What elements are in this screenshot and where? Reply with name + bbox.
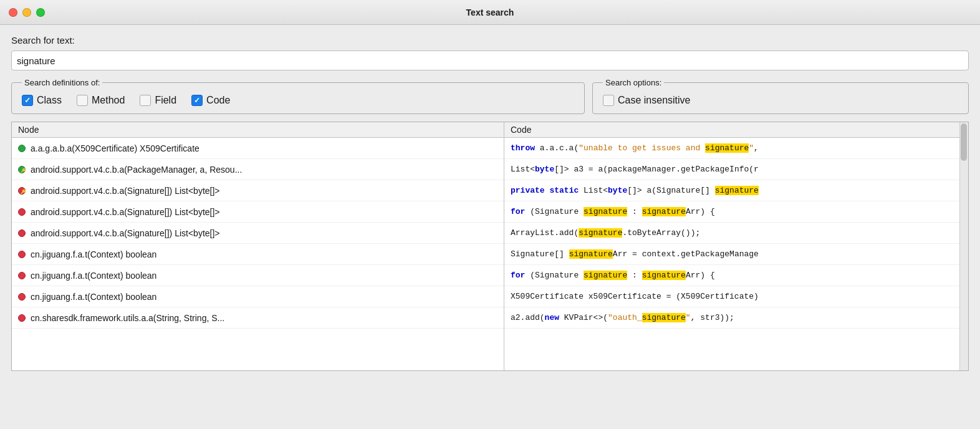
scrollbar-track[interactable] (959, 122, 968, 370)
node-text: android.support.v4.c.b.a(PackageManager,… (31, 165, 242, 175)
scrollbar-thumb[interactable] (961, 123, 967, 161)
close-button[interactable] (9, 8, 17, 17)
main-content: Search for text: Search definitions of: … (0, 25, 980, 371)
dot-icon (18, 293, 26, 301)
checkbox-class-checked[interactable] (22, 95, 33, 106)
highlight: signature (642, 313, 686, 322)
checkbox-field[interactable]: Field (140, 95, 176, 106)
search-input[interactable] (11, 51, 969, 70)
dot-icon: 🔑 (18, 166, 26, 173)
window-title: Text search (466, 7, 514, 17)
highlight: signature (584, 271, 627, 280)
keyword: for (511, 207, 525, 216)
search-definitions-legend: Search definitions of: (22, 78, 102, 87)
dot-icon (18, 208, 26, 216)
dot-icon (18, 272, 26, 279)
highlight: signature (705, 143, 749, 153)
checkbox-method-label: Method (92, 95, 125, 106)
highlight: signature (579, 228, 622, 238)
search-options-fieldset: Search options: Case insensitive (592, 78, 969, 114)
checkbox-case-unchecked[interactable] (603, 95, 614, 106)
search-options-checkboxes: Case insensitive (603, 92, 958, 106)
checkbox-method-unchecked[interactable] (77, 95, 88, 106)
checkbox-case[interactable]: Case insensitive (603, 95, 691, 106)
keyword: for (511, 271, 525, 280)
code-row: ArrayList.add(signature.toByteArray()); (504, 223, 968, 244)
table-row[interactable]: cn.jiguang.f.a.t(Context) boolean (12, 265, 504, 286)
node-column-header: Node (12, 122, 504, 138)
node-text: android.support.v4.c.b.a(Signature[]) Li… (31, 207, 220, 217)
code-row: for (Signature signature : signatureArr)… (504, 265, 968, 286)
keyword: byte (608, 186, 627, 195)
node-text: android.support.v4.c.b.a(Signature[]) Li… (31, 228, 220, 238)
table-row[interactable]: cn.sharesdk.framework.utils.a.a(String, … (12, 307, 504, 329)
string-literal: "oauth_signature" (608, 313, 691, 322)
title-bar: Text search (0, 0, 980, 25)
string-literal: "unable to get issues and signature" (579, 143, 754, 153)
checkbox-field-label: Field (155, 95, 176, 106)
code-row: List<byte[]> a3 = a(packageManager.getPa… (504, 159, 968, 180)
panels-row: Search definitions of: Class Method Fiel… (11, 78, 969, 114)
keyword: byte (535, 165, 554, 174)
search-label: Search for text: (11, 35, 969, 46)
highlight: signature (715, 186, 759, 195)
checkboxes-row: Class Method Field Code (22, 92, 574, 106)
code-row: Signature[] signatureArr = context.getPa… (504, 244, 968, 265)
minimize-button[interactable] (22, 8, 31, 17)
checkbox-method[interactable]: Method (77, 95, 125, 106)
dot-icon: 🔑 (18, 187, 26, 195)
checkbox-code-checked[interactable] (191, 95, 203, 106)
node-text: cn.sharesdk.framework.utils.a.a(String, … (31, 313, 224, 323)
window-controls (9, 8, 45, 17)
keyword: private (511, 186, 545, 195)
code-row: X509Certificate x509Certificate = (X509C… (504, 286, 968, 307)
code-column: Code throw a.a.c.a("unable to get issues… (504, 122, 968, 370)
highlight: signature (584, 207, 627, 216)
checkbox-code-label: Code (206, 95, 230, 106)
checkbox-field-unchecked[interactable] (140, 95, 151, 106)
code-row: for (Signature signature : signatureArr)… (504, 201, 968, 223)
table-row[interactable]: android.support.v4.c.b.a(Signature[]) Li… (12, 223, 504, 244)
code-row: private static List<byte[]> a(Signature[… (504, 180, 968, 201)
results-table: Node a.a.g.a.b.a(X509Certificate) X509Ce… (11, 122, 969, 371)
table-row[interactable]: a.a.g.a.b.a(X509Certificate) X509Certifi… (12, 138, 504, 159)
checkbox-code[interactable]: Code (191, 95, 230, 106)
dot-icon (18, 314, 26, 322)
checkbox-class-label: Class (37, 95, 62, 106)
node-text: cn.jiguang.f.a.t(Context) boolean (31, 249, 156, 259)
code-column-body[interactable]: throw a.a.c.a("unable to get issues and … (504, 138, 968, 370)
highlight: signature (642, 207, 686, 216)
search-options-legend: Search options: (603, 78, 664, 87)
table-row[interactable]: 🔑 android.support.v4.c.b.a(PackageManage… (12, 159, 504, 180)
code-row: a2.add(new KVPair<>("oauth_signature", s… (504, 307, 968, 329)
node-text: cn.jiguang.f.a.t(Context) boolean (31, 271, 156, 281)
node-text: a.a.g.a.b.a(X509Certificate) X509Certifi… (31, 143, 199, 153)
keyword: static (549, 186, 579, 195)
keyword: new (545, 313, 559, 322)
search-definitions-fieldset: Search definitions of: Class Method Fiel… (11, 78, 585, 114)
table-row[interactable]: cn.jiguang.f.a.t(Context) boolean (12, 244, 504, 265)
checkbox-case-label: Case insensitive (618, 95, 691, 106)
table-row[interactable]: android.support.v4.c.b.a(Signature[]) Li… (12, 201, 504, 223)
table-row[interactable]: cn.jiguang.f.a.t(Context) boolean (12, 286, 504, 307)
table-row[interactable]: 🔑 android.support.v4.c.b.a(Signature[]) … (12, 180, 504, 201)
dot-icon (18, 251, 26, 258)
node-column: Node a.a.g.a.b.a(X509Certificate) X509Ce… (12, 122, 504, 370)
code-column-header: Code (504, 122, 968, 138)
keyword: throw (511, 143, 535, 153)
node-column-body[interactable]: a.a.g.a.b.a(X509Certificate) X509Certifi… (12, 138, 504, 370)
maximize-button[interactable] (36, 8, 45, 17)
checkbox-class[interactable]: Class (22, 95, 62, 106)
highlight: signature (642, 271, 686, 280)
node-text: android.support.v4.c.b.a(Signature[]) Li… (31, 186, 220, 196)
highlight: signature (569, 249, 613, 259)
dot-icon (18, 229, 26, 237)
dot-icon (18, 145, 26, 152)
node-text: cn.jiguang.f.a.t(Context) boolean (31, 292, 156, 302)
code-row: throw a.a.c.a("unable to get issues and … (504, 138, 968, 159)
